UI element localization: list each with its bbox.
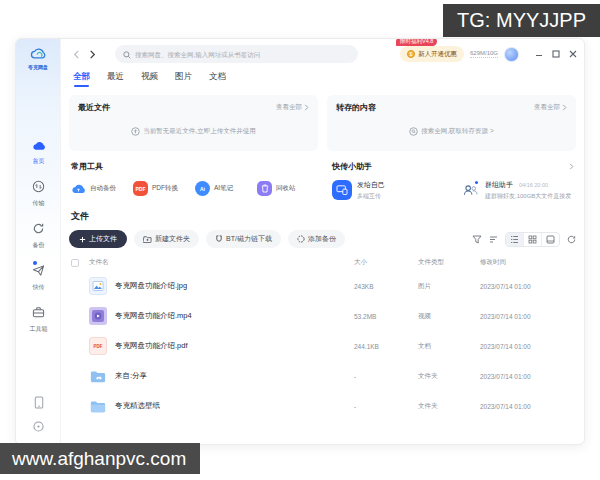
common-tools-title: 常用工具 <box>71 161 319 172</box>
filter-tabbar: 全部 最近 视频 图片 文档 <box>61 69 584 89</box>
search-bar[interactable] <box>115 45 358 63</box>
table-row[interactable]: 来自:分享 - 文件夹 2023/07/14 01:00 <box>69 361 576 391</box>
nav-back-icon[interactable] <box>69 47 83 61</box>
column-size: 大小 <box>354 258 418 267</box>
new-folder-button[interactable]: 新建文件夹 <box>134 230 199 248</box>
file-type: 图片 <box>418 282 480 291</box>
app-logo-label: 夸克网盘 <box>28 64 48 70</box>
help-icon[interactable] <box>33 421 44 432</box>
watermark-telegram: TG: MYYJJPP <box>443 4 600 37</box>
recent-files-title: 最近文件 <box>78 102 110 113</box>
filter-funnel-icon[interactable] <box>472 235 482 244</box>
saved-view-all-link[interactable]: 查看全部 <box>534 103 567 112</box>
sort-icon[interactable] <box>489 235 498 244</box>
table-row[interactable]: PDF 夸克网盘功能介绍.pdf 244.1KB 文档 2023/07/14 0… <box>69 331 576 361</box>
home-cloud-icon <box>32 137 46 155</box>
table-row[interactable]: 夸克网盘功能介绍.mp4 53.2MB 视频 2023/07/14 01:00 <box>69 301 576 331</box>
notification-dot <box>475 181 478 184</box>
quick-send-panel: 快传小助手 发给自己 <box>330 159 576 201</box>
refresh-icon[interactable] <box>567 235 576 244</box>
sidebar-item-quick-send[interactable]: 快传 <box>32 263 45 292</box>
tab-image[interactable]: 图片 <box>175 71 192 86</box>
cloud-logo-icon <box>30 45 46 63</box>
table-row[interactable]: 夸克网盘功能介绍.jpg 243KB 图片 2023/07/14 01:00 <box>69 271 576 301</box>
sidebar-item-transfer[interactable]: 传输 <box>32 179 45 208</box>
tool-auto-backup[interactable]: 自动备份 <box>71 181 133 196</box>
sidebar-item-toolbox[interactable]: 工具箱 <box>30 305 48 334</box>
tool-label: 回收站 <box>276 184 296 193</box>
saved-content-title: 转存的内容 <box>336 102 376 113</box>
user-avatar[interactable] <box>504 47 519 62</box>
view-all-label: 查看全部 <box>276 103 302 112</box>
quick-send-items: 发给自己 多端互传 群组助手04/16 20:00 <box>332 180 574 201</box>
tab-all[interactable]: 全部 <box>73 71 90 86</box>
sidebar-nav: 首页 传输 备份 <box>16 137 61 334</box>
sidebar: 夸克网盘 首页 传输 <box>16 39 61 444</box>
tool-label: PDF转换 <box>152 184 178 193</box>
backup-sync-icon <box>32 221 45 239</box>
large-icon-view-icon[interactable] <box>541 233 559 246</box>
tab-recent[interactable]: 最近 <box>107 71 124 86</box>
file-modified: 2023/07/14 01:00 <box>480 343 572 350</box>
upload-file-label: 上传文件 <box>89 234 117 244</box>
sidebar-item-home[interactable]: 首页 <box>32 137 46 166</box>
add-backup-button[interactable]: 添加备份 <box>288 230 345 248</box>
saved-content-card: 转存的内容 查看全部 搜索全网,获取转存资源 > <box>327 95 576 151</box>
tool-label: AI笔记 <box>214 184 233 193</box>
saved-empty-state[interactable]: 搜索全网,获取转存资源 > <box>327 127 576 136</box>
tab-video[interactable]: 视频 <box>141 71 158 86</box>
file-modified: 2023/07/14 01:00 <box>480 373 572 380</box>
app-logo[interactable]: 夸克网盘 <box>16 39 60 70</box>
chevron-right-icon <box>569 163 574 170</box>
quick-send-more-link[interactable] <box>569 163 574 170</box>
nav-forward-icon[interactable] <box>85 47 99 61</box>
sidebar-item-label: 工具箱 <box>30 325 48 334</box>
sidebar-item-backup[interactable]: 备份 <box>32 221 45 250</box>
folder-icon <box>89 397 107 415</box>
main-area: 限时福利V4.8 $ 新人开通优惠 629M/10G <box>61 39 584 444</box>
saved-empty-text: 搜索全网,获取转存资源 > <box>421 127 493 136</box>
content: 最近文件 查看全部 当前暂无最近文件,立即上传文件并使用 <box>61 89 584 444</box>
quick-item-title: 群组助手04/16 20:00 <box>485 180 571 190</box>
quick-item-send-to-self[interactable]: 发给自己 多端互传 <box>332 180 460 201</box>
video-file-icon <box>89 307 107 325</box>
list-view-icon[interactable] <box>506 233 523 246</box>
backup-cloud-icon <box>71 181 86 196</box>
file-name: 夸克精选壁纸 <box>115 401 160 411</box>
recent-view-all-link[interactable]: 查看全部 <box>276 103 309 112</box>
search-input[interactable] <box>135 51 350 58</box>
grid-view-icon[interactable] <box>523 233 541 246</box>
file-size: 243KB <box>354 283 418 290</box>
toolbox-icon <box>32 305 45 323</box>
tool-ai-notes[interactable]: Ai AI笔记 <box>195 181 257 196</box>
recent-empty-state[interactable]: 当前暂无最近文件,立即上传文件并使用 <box>69 127 318 136</box>
new-folder-label: 新建文件夹 <box>155 234 190 244</box>
quick-item-group-assistant[interactable]: 群组助手04/16 20:00 建群聊好友,100GB大文件直接发 <box>460 180 574 201</box>
window-topbar: 限时福利V4.8 $ 新人开通优惠 629M/10G <box>61 39 584 69</box>
pdf-file-icon: PDF <box>89 337 107 355</box>
promo-button[interactable]: $ 新人开通优惠 <box>400 46 464 62</box>
quick-item-title: 发给自己 <box>357 180 385 190</box>
ai-notes-icon: Ai <box>195 181 210 196</box>
select-all-checkbox[interactable] <box>71 259 79 267</box>
transfer-icon <box>32 179 45 197</box>
tool-recycle-bin[interactable]: 回收站 <box>257 181 319 196</box>
tab-document[interactable]: 文档 <box>209 71 226 86</box>
chevron-right-icon <box>304 104 309 111</box>
file-modified: 2023/07/14 01:00 <box>480 313 572 320</box>
table-row[interactable]: 夸克精选壁纸 - 文件夹 2023/07/14 01:00 <box>69 391 576 421</box>
file-size: - <box>354 373 418 380</box>
topbar-right: 限时福利V4.8 $ 新人开通优惠 629M/10G <box>400 46 577 62</box>
file-name: 夸克网盘功能介绍.jpg <box>115 281 187 291</box>
bt-magnet-download-button[interactable]: BT/磁力链下载 <box>206 230 281 248</box>
tool-panels: 常用工具 自动备份 PDF PDF转换 <box>69 159 576 201</box>
minimize-icon[interactable] <box>535 50 543 58</box>
quick-item-subtitle: 建群聊好友,100GB大文件直接发 <box>485 192 571 201</box>
tool-pdf-convert[interactable]: PDF PDF转换 <box>133 181 195 196</box>
watermark-website: www.afghanpvc.com <box>0 443 200 474</box>
upload-file-button[interactable]: 上传文件 <box>69 230 127 248</box>
close-icon[interactable] <box>569 50 577 58</box>
storage-quota[interactable]: 629M/10G <box>470 50 498 58</box>
mobile-app-icon[interactable] <box>34 396 44 409</box>
maximize-icon[interactable] <box>552 50 560 58</box>
